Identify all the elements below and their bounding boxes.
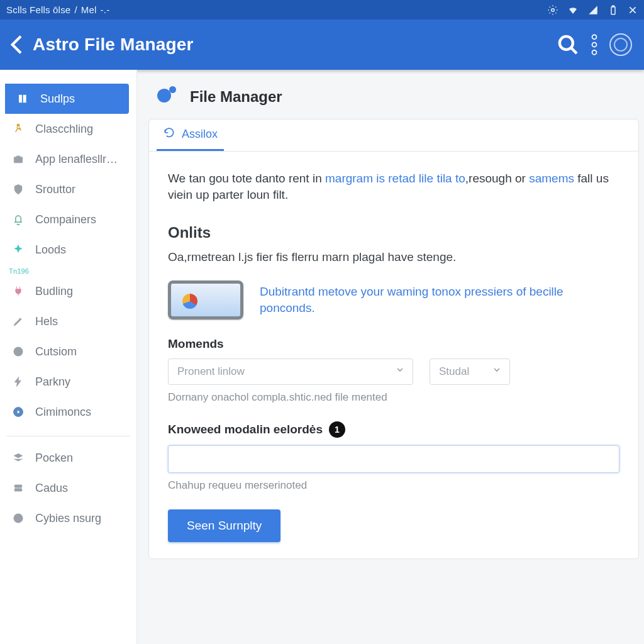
status-text-4: -.- [101, 4, 110, 15]
sidebar-item-cutsiom[interactable]: Cutsiom [0, 336, 129, 367]
select-studal[interactable]: Studal [430, 358, 510, 385]
sidebar-item-loods[interactable]: Loods [0, 235, 129, 265]
svg-rect-13 [14, 485, 22, 487]
sidebar-item-label: Hels [35, 315, 120, 328]
sidebar-item-hels[interactable]: Hels [0, 306, 129, 336]
sidebar-item-label: App lenaflesllrate [35, 153, 120, 166]
svg-point-5 [592, 43, 597, 47]
form-label-text: Knoweed modalin eelordės [168, 423, 323, 436]
android-status-bar: Sclls Fells ōlse / Mel -.- [0, 0, 644, 19]
sidebar-item-clascchling[interactable]: Clascchling [0, 114, 129, 144]
intro-text: We tan gou tote danto rent in [168, 172, 325, 185]
text-input[interactable] [168, 445, 619, 473]
sidebar-item-app-lenafleslrate[interactable]: App lenaflesllrate [0, 144, 129, 174]
sidebar-item-label: Cybies nsurg [35, 512, 120, 525]
plug-icon [11, 284, 25, 298]
chevron-down-icon [492, 365, 502, 378]
refresh-icon [163, 126, 175, 142]
sidebar-item-cadus[interactable]: Cadus [0, 473, 129, 503]
sidebar-item-parkny[interactable]: Parkny [0, 367, 129, 397]
status-breadcrumb: Sclls Fells ōlse / Mel -.- [6, 4, 109, 15]
status-text-3: Mel [81, 4, 97, 15]
chevron-down-icon [395, 365, 405, 378]
settings-gear-icon [547, 4, 558, 16]
sidebar-item-label: Loods [35, 243, 120, 257]
callout-link[interactable]: Dubitrantd metove your waming tonox pres… [260, 284, 619, 316]
sidebar-item-cybies[interactable]: Cybies nsurg [0, 503, 129, 533]
sidebar-item-label: Sudlps [40, 92, 120, 106]
overflow-menu-button[interactable] [581, 31, 608, 58]
account-avatar[interactable] [608, 31, 634, 58]
select-pronent[interactable]: Pronent linlow [168, 358, 413, 385]
svg-rect-1 [611, 6, 615, 14]
section-heading-onlits: Onlits [168, 224, 619, 242]
sidebar-item-srouttor[interactable]: Srouttor [0, 174, 129, 204]
stack-icon [11, 451, 25, 465]
callout-thumbnail[interactable] [168, 280, 243, 319]
form-label-knoweed: Knoweed modalin eelordės 1 [168, 421, 619, 438]
app-title: Astro File Manager [33, 35, 194, 55]
sidebar-item-label: Cutsiom [35, 345, 120, 358]
sidebar-item-label: Clascchling [35, 123, 120, 136]
sidebar-item-label: Srouttor [35, 183, 120, 196]
sidebar-item-label: Pocken [35, 452, 120, 465]
play-circle-icon [11, 405, 25, 419]
app-bar: Astro File Manager [0, 19, 644, 70]
panel-body: We tan gou tote danto rent in margram is… [149, 152, 638, 558]
select-placeholder: Studal [439, 365, 469, 378]
svg-point-15 [14, 514, 22, 522]
server-icon [11, 481, 25, 495]
text-input-hint: Chahup requeu merserinoted [168, 479, 619, 492]
briefcase-icon [11, 152, 25, 166]
sidebar-item-label: Parkny [35, 375, 120, 389]
svg-rect-7 [19, 95, 21, 103]
svg-point-9 [17, 125, 19, 126]
form-label-momends: Momends [168, 337, 619, 351]
sidebar-mini-label: Tn196 [0, 265, 136, 276]
sidebar: Sudlps Clascchling App lenaflesllrate Sr… [0, 70, 137, 644]
content-card: Assilox We tan gou tote danto rent in ma… [148, 119, 639, 559]
sidebar-item-label: Cimimoncs [35, 406, 120, 419]
svg-point-3 [560, 36, 573, 50]
sidebar-item-budling[interactable]: Budling [0, 276, 129, 306]
main-content: File Manager Assilox We tan gou tote dan… [137, 70, 644, 644]
svg-point-6 [592, 50, 597, 55]
shield-icon [11, 182, 25, 196]
gauge-icon [11, 345, 25, 358]
sidebar-item-sudlps[interactable]: Sudlps [5, 84, 129, 114]
tab-bar: Assilox [149, 119, 638, 152]
svg-rect-10 [14, 157, 22, 163]
columns-icon [16, 92, 30, 106]
tab-assilox[interactable]: Assilox [157, 119, 224, 151]
sidebar-item-label: Compainers [35, 213, 120, 226]
status-text-2: / [74, 4, 77, 15]
svg-point-0 [552, 8, 555, 11]
close-icon[interactable] [628, 5, 638, 15]
count-badge: 1 [329, 421, 345, 438]
submit-button[interactable]: Seen Surnplty [168, 509, 280, 542]
svg-rect-14 [14, 489, 22, 491]
svg-rect-2 [613, 6, 614, 7]
svg-rect-8 [23, 95, 26, 103]
sidebar-item-compainers[interactable]: Compainers [0, 204, 129, 235]
back-button[interactable] [5, 32, 30, 57]
bolt-icon [11, 375, 25, 389]
intro-link-2[interactable]: samems [529, 172, 574, 185]
sidebar-item-label: Budling [35, 285, 120, 298]
sidebar-item-cimimoncs[interactable]: Cimimoncs [0, 397, 129, 427]
status-text-1: Sclls Fells ōlse [6, 4, 70, 15]
pencil-icon [11, 314, 25, 328]
callout-row: Dubitrantd metove your waming tonox pres… [168, 280, 619, 319]
page-header: File Manager [156, 86, 639, 108]
sidebar-item-pocken[interactable]: Pocken [0, 443, 129, 473]
intro-text: ,resough or [465, 172, 529, 185]
section-subtext: Oa,rmetrean l.js fier fis flerru marn pl… [168, 249, 619, 265]
intro-link-1[interactable]: margram is retad lile tila to [325, 172, 465, 185]
battery-icon [608, 4, 619, 16]
sidebar-item-label: Cadus [35, 482, 120, 495]
app-logo-icon [156, 86, 177, 108]
svg-point-4 [592, 35, 597, 39]
search-button[interactable] [555, 31, 581, 58]
sparkle-icon [11, 243, 25, 257]
person-run-icon [11, 122, 25, 136]
